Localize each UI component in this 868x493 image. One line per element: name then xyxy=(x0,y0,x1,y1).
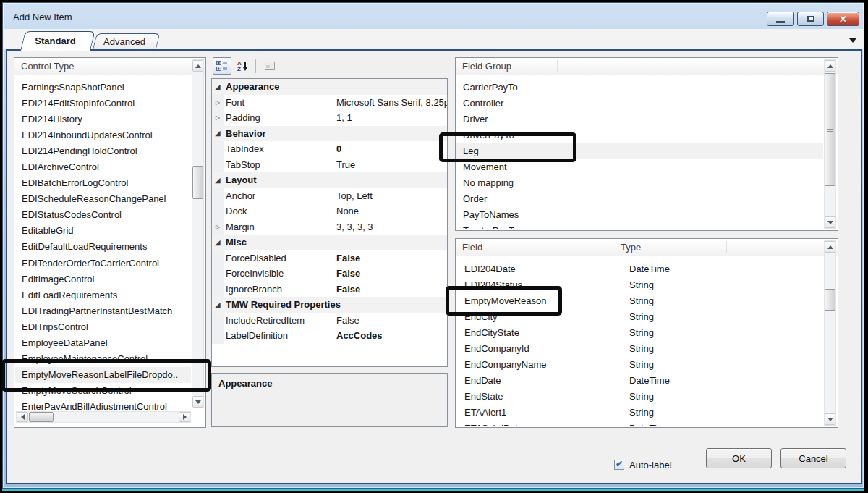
field-group-scrollbar[interactable] xyxy=(824,59,836,229)
list-item[interactable]: EDIScheduleReasonChangePanel xyxy=(15,191,191,207)
table-row[interactable]: ETAAlert1String xyxy=(456,404,823,420)
property-row[interactable]: TabIndex0 xyxy=(212,141,447,157)
list-item[interactable]: EmptyMoveSearchControl xyxy=(15,383,191,399)
list-item[interactable]: EDIArchiveControl xyxy=(15,159,191,174)
field-group-header[interactable]: Field Group xyxy=(456,58,838,75)
scroll-up-button[interactable] xyxy=(192,60,203,72)
property-pages-button[interactable] xyxy=(260,57,279,75)
list-item[interactable]: EditLoadRequirements xyxy=(15,287,191,303)
list-item[interactable]: EDITradingPartnerInstantBestMatch xyxy=(15,303,191,319)
property-row[interactable]: ▷FontMicrosoft Sans Serif, 8.25pt xyxy=(212,95,447,111)
collapse-icon[interactable]: ◢ xyxy=(212,79,224,95)
property-row[interactable]: TabStopTrue xyxy=(212,157,447,173)
scroll-down-button[interactable] xyxy=(192,396,203,408)
table-row[interactable]: ETASchdDateDateTime xyxy=(456,420,823,426)
property-row[interactable]: IgnoreBranchFalse xyxy=(212,282,447,298)
table-row[interactable]: EndStateString xyxy=(456,388,823,404)
property-value[interactable]: 1, 1 xyxy=(333,112,447,123)
property-value[interactable]: False xyxy=(333,315,447,326)
property-value[interactable]: Microsoft Sans Serif, 8.25pt xyxy=(333,97,447,108)
list-item[interactable]: PayToNames xyxy=(456,206,823,222)
list-item[interactable]: EarningsSnapShotPanel xyxy=(15,79,191,95)
scroll-thumb[interactable] xyxy=(29,412,54,422)
tab-standard[interactable]: Standard xyxy=(20,31,90,51)
list-item[interactable]: DriverPayTo xyxy=(456,127,823,143)
property-category-row[interactable]: ◢Behavior xyxy=(212,126,447,142)
property-value[interactable]: True xyxy=(333,159,447,170)
list-item[interactable]: EDITenderOrderToCarrierControl xyxy=(15,255,191,271)
scroll-right-button[interactable] xyxy=(179,412,190,422)
control-type-horizontal-scrollbar[interactable] xyxy=(16,411,191,423)
scroll-down-button[interactable] xyxy=(825,413,835,425)
property-category-row[interactable]: ◢Misc xyxy=(212,235,447,250)
table-row[interactable]: EndCityString xyxy=(456,308,823,324)
list-item[interactable]: Controller xyxy=(456,95,823,111)
list-item[interactable]: EDI214History xyxy=(15,111,191,127)
list-item[interactable]: EmployeeDataPanel xyxy=(15,335,191,351)
close-button[interactable]: ✕ xyxy=(827,12,859,26)
scroll-thumb[interactable] xyxy=(825,289,835,311)
scroll-thumb[interactable] xyxy=(825,73,835,186)
property-row[interactable]: ▷Margin3, 3, 3, 3 xyxy=(212,219,447,235)
property-value[interactable]: 3, 3, 3, 3 xyxy=(333,222,447,232)
cancel-button[interactable]: Cancel xyxy=(780,448,846,468)
list-item[interactable]: Leg xyxy=(456,143,823,159)
table-row[interactable]: EndDateDateTime xyxy=(456,372,823,388)
scroll-up-button[interactable] xyxy=(825,241,835,253)
alphabetical-sort-button[interactable]: A Z xyxy=(234,57,252,75)
property-row[interactable]: LabelDefinitionAccCodes xyxy=(212,328,447,344)
property-value[interactable]: False xyxy=(333,284,447,295)
list-item[interactable]: CarrierPayTo xyxy=(456,79,823,95)
property-category-row[interactable]: ◢TMW Required Properties xyxy=(212,297,447,313)
table-row[interactable]: EDI204StatusString xyxy=(456,277,823,292)
control-type-vertical-scrollbar[interactable] xyxy=(192,59,204,408)
scroll-thumb[interactable] xyxy=(192,166,203,199)
collapse-icon[interactable]: ◢ xyxy=(212,235,224,250)
property-row[interactable]: DockNone xyxy=(212,203,447,219)
table-row[interactable]: EndCompanyIdString xyxy=(456,340,823,356)
auto-label-checkbox[interactable]: ✔ xyxy=(614,460,624,470)
control-type-header[interactable]: Control Type xyxy=(14,58,205,75)
list-item[interactable]: EmployeeMaintenanceControl xyxy=(15,351,191,367)
field-table-scrollbar[interactable] xyxy=(824,240,836,426)
table-row[interactable]: EmptyMoveReasonString xyxy=(456,292,823,308)
list-item[interactable]: EnterPayAndBillAdjustmentControl xyxy=(15,399,191,410)
scroll-down-button[interactable] xyxy=(825,216,835,228)
collapse-icon[interactable]: ◢ xyxy=(212,297,224,313)
list-item[interactable]: EDITripsControl xyxy=(15,319,191,334)
list-item[interactable]: Order xyxy=(456,190,823,206)
field-table-header[interactable]: Field Type xyxy=(456,239,838,256)
property-row[interactable]: ForceInvisibleFalse xyxy=(212,266,447,282)
expand-icon[interactable]: ▷ xyxy=(212,219,224,235)
list-item[interactable]: Driver xyxy=(456,111,823,127)
list-item[interactable]: EDIBatchErrorLogControl xyxy=(15,175,191,191)
list-item[interactable]: EditableGrid xyxy=(15,223,191,239)
tab-list-dropdown-icon[interactable] xyxy=(849,38,856,43)
scroll-up-button[interactable] xyxy=(825,60,835,72)
minimize-button[interactable] xyxy=(767,12,794,26)
list-item[interactable]: EmptyMoveReasonLabelFileDropdo.. xyxy=(15,367,191,383)
table-row[interactable]: EndCompanyNameString xyxy=(456,356,823,372)
list-item[interactable]: EditImageControl xyxy=(15,271,191,287)
collapse-icon[interactable]: ◢ xyxy=(212,126,224,142)
property-category-row[interactable]: ◢Appearance xyxy=(212,79,447,95)
table-row[interactable]: EDI204DateDateTime xyxy=(456,261,823,277)
list-item[interactable]: EDI214PendingHoldControl xyxy=(15,143,191,159)
property-value[interactable]: None xyxy=(333,206,447,216)
expand-icon[interactable]: ▷ xyxy=(212,110,224,126)
property-value[interactable]: False xyxy=(333,268,447,279)
property-row[interactable]: IncludeRetiredItemFalse xyxy=(212,313,447,329)
tab-advanced[interactable]: Advanced xyxy=(93,33,156,49)
list-item[interactable]: Movement xyxy=(456,159,823,174)
property-value[interactable]: 0 xyxy=(333,143,447,154)
scroll-left-button[interactable] xyxy=(17,412,28,422)
list-item[interactable]: No mapping xyxy=(456,174,823,190)
table-row[interactable]: EndCityStateString xyxy=(456,324,823,340)
list-item[interactable]: EditDefaultLoadRequirements xyxy=(15,239,191,255)
property-row[interactable]: AnchorTop, Left xyxy=(212,188,447,204)
ok-button[interactable]: OK xyxy=(706,448,772,468)
list-item[interactable]: EDI214InboundUpdatesControl xyxy=(15,127,191,143)
property-row[interactable]: ForceDisabledFalse xyxy=(212,250,447,266)
property-value[interactable]: False xyxy=(333,253,447,264)
categorized-view-button[interactable] xyxy=(213,57,231,75)
